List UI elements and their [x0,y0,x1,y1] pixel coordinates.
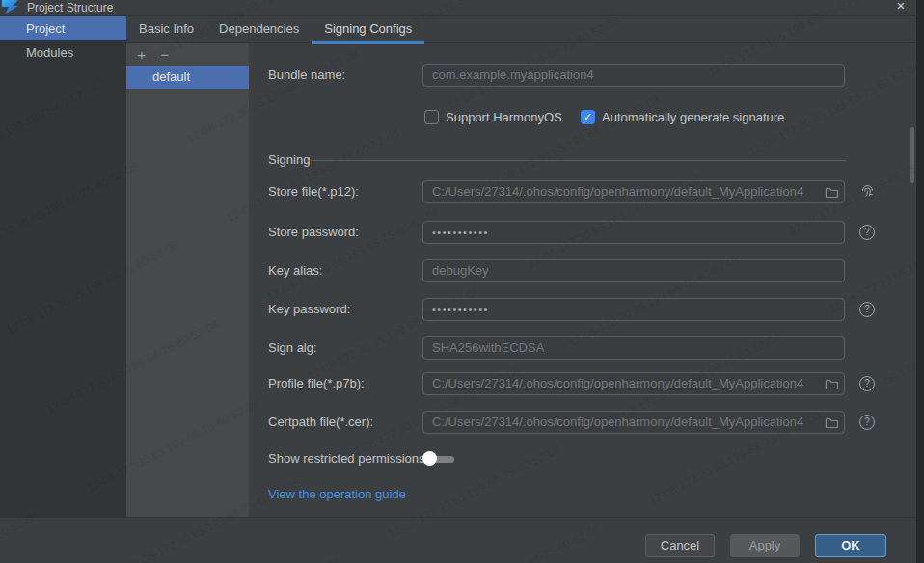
sidebar-item-project[interactable]: Project [0,16,126,40]
key-alias-label: Key alias: [268,259,322,282]
scrollbar-thumb[interactable] [910,127,914,183]
profile-file-input[interactable]: C:/Users/27314/.ohos/config/openharmony/… [422,372,845,395]
restricted-permissions-label: Show restricted permissions [268,449,425,472]
fingerprint-icon[interactable] [859,184,876,201]
dialog-footer: Cancel Apply OK [0,517,916,563]
store-password-label: Store password: [268,221,359,244]
section-divider [311,160,846,161]
certpath-file-input[interactable]: C:/Users/27314/.ohos/config/openharmony/… [422,411,845,434]
signing-section-header: Signing [249,149,916,171]
help-icon[interactable]: ? [859,415,875,430]
key-alias-input[interactable]: debugKey [422,259,845,282]
support-harmonyos-label[interactable]: Support HarmonyOS [446,107,562,127]
key-password-label: Key password: [268,298,350,321]
operation-guide-link[interactable]: View the operation guide [268,487,406,501]
folder-icon[interactable] [825,377,839,391]
store-file-row: Store file(*.p12): C:/Users/27314/.ohos/… [249,180,916,203]
remove-config-icon[interactable]: − [158,47,172,62]
signing-section-title: Signing [268,149,310,173]
toggle-knob [422,451,437,466]
store-password-input[interactable]: ••••••••••• [422,221,845,244]
config-list-toolbar: + − [126,43,249,66]
key-alias-row: Key alias: debugKey [249,259,916,282]
help-icon[interactable]: ? [859,302,875,317]
tab-signing-configs[interactable]: Signing Configs [312,16,424,43]
project-structure-dialog: 12-08-172.30.65.199-68-75-60-52-08 12-08… [0,0,916,563]
add-config-icon[interactable]: + [135,47,149,62]
restricted-permissions-row: Show restricted permissions [249,449,916,470]
help-icon[interactable]: ? [859,225,875,240]
tab-bar: Basic Info Dependencies Signing Configs [126,16,916,43]
cancel-button[interactable]: Cancel [645,534,715,557]
store-file-input[interactable]: C:/Users/27314/.ohos/config/openharmony/… [422,180,845,203]
ok-button[interactable]: OK [815,534,886,557]
sign-alg-label: Sign alg: [268,336,317,360]
tab-basic-info[interactable]: Basic Info [126,16,206,43]
tab-dependencies[interactable]: Dependencies [206,16,312,43]
store-file-label: Store file(*.p12): [268,180,359,203]
profile-file-label: Profile file(*.p7b): [268,372,365,395]
support-harmonyos-checkbox[interactable]: ✓ [424,110,439,124]
help-icon[interactable]: ? [859,376,875,391]
bundle-name-input[interactable]: com.example.myapplication4 [422,64,845,87]
sign-alg-input[interactable]: SHA256withECDSA [422,336,845,360]
restricted-permissions-toggle[interactable] [422,451,454,467]
key-password-input[interactable]: ••••••••••• [422,298,845,321]
bundle-name-row: Bundle name: com.example.myapplication4 [249,64,916,87]
profile-file-row: Profile file(*.p7b): C:/Users/27314/.oho… [249,372,916,395]
checkbox-row: ✓ Support HarmonyOS ✓ Automatically gene… [249,107,916,127]
auto-generate-signature-checkbox[interactable]: ✓ [581,110,595,124]
deveco-logo-icon [2,0,18,14]
left-sidebar: Project Modules [0,16,126,517]
dialog-title: Project Structure [27,1,113,14]
background-outside-dialog [916,0,924,563]
config-item-default[interactable]: default [126,66,249,89]
certpath-file-row: Certpath file(*.cer): C:/Users/27314/.oh… [249,411,916,434]
sidebar-item-modules[interactable]: Modules [0,40,126,65]
key-password-row: Key password: ••••••••••• ? [249,298,916,321]
folder-icon[interactable] [825,416,839,430]
signing-config-list-panel: + − default [126,43,249,517]
dialog-titlebar: Project Structure × [0,0,916,16]
bundle-name-label: Bundle name: [268,64,345,87]
check-icon: ✓ [582,111,594,123]
auto-generate-signature-label[interactable]: Automatically generate signature [602,107,784,127]
sign-alg-row: Sign alg: SHA256withECDSA [249,336,916,360]
certpath-file-label: Certpath file(*.cer): [268,411,373,434]
store-password-row: Store password: ••••••••••• ? [249,221,916,244]
apply-button[interactable]: Apply [730,534,800,557]
folder-icon[interactable] [825,185,839,200]
close-icon[interactable]: × [893,0,909,14]
signing-configs-form: Bundle name: com.example.myapplication4 … [249,43,916,517]
